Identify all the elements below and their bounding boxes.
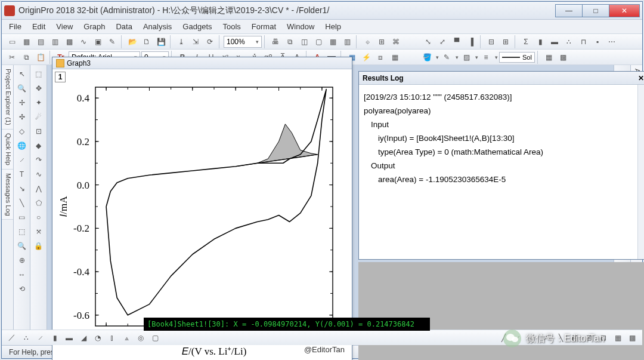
fill-color-icon[interactable]: 🪣 (420, 51, 434, 64)
add-right-y-icon[interactable]: ▐ (465, 35, 478, 48)
line-plot-icon[interactable]: ／ (5, 331, 18, 344)
annotation-icon[interactable]: ☄ (32, 110, 45, 124)
data-reader-icon[interactable]: ✢ (16, 96, 29, 109)
rescale-icon[interactable]: ⤡ (422, 35, 435, 48)
cut-icon[interactable]: ✂ (5, 51, 18, 64)
menu-gadgets[interactable]: Gadgets (182, 22, 212, 31)
video-icon[interactable]: ▦ (326, 35, 339, 48)
menu-tools[interactable]: Tools (223, 22, 241, 31)
menu-view[interactable]: View (56, 22, 73, 31)
graph-window[interactable]: Graph3 1 -1.0-0.8-0.6-0.4-0.20.0-0.6-0.4… (52, 57, 352, 360)
new-layout-icon[interactable]: ▣ (91, 35, 104, 48)
template-icon[interactable]: ▢ (148, 331, 162, 344)
3d-plot-icon[interactable]: ⟁ (120, 331, 133, 344)
mask-tool-icon[interactable]: 🌐 (16, 139, 29, 152)
maximize-button[interactable]: □ (582, 4, 609, 17)
import-single-icon[interactable]: ⇲ (189, 35, 202, 48)
palette-icon[interactable]: ▦ (542, 51, 555, 64)
palette2-icon[interactable]: ▩ (556, 51, 569, 64)
add-top-x-icon[interactable]: ▀ (450, 35, 463, 48)
new-excel-icon[interactable]: ▤ (34, 35, 47, 48)
rotate-icon[interactable]: ⟲ (16, 282, 29, 296)
polyline-icon[interactable]: ⋀ (32, 182, 45, 195)
paste-icon[interactable]: 📋 (34, 51, 47, 64)
more-plots-icon[interactable]: ⋯ (605, 35, 618, 48)
line-style-2-icon[interactable]: ⟋ (511, 331, 524, 344)
zoom-in-icon[interactable]: 🔍 (16, 239, 29, 253)
layer-mode-icon[interactable]: ⧈ (374, 51, 387, 64)
tab-messages-log[interactable]: Messages Log (2, 170, 13, 220)
new-graph-icon[interactable]: ▥ (48, 35, 61, 48)
screen-reader-icon[interactable]: ✣ (16, 110, 29, 124)
selection-icon[interactable]: ⊡ (32, 125, 45, 138)
box-tool-icon[interactable]: ⊓ (577, 35, 590, 48)
line-style-8-icon[interactable]: ⊡ (597, 331, 610, 344)
save-icon[interactable]: 💾 (154, 35, 168, 48)
menu-analysis[interactable]: Analysis (143, 22, 172, 31)
new-notes-icon[interactable]: ✎ (106, 35, 119, 48)
print-icon[interactable]: 🖶 (269, 35, 282, 48)
menu-edit[interactable]: Edit (32, 22, 45, 31)
circle-icon[interactable]: ○ (32, 211, 45, 224)
duplicate-icon[interactable]: ⧉ (283, 35, 296, 48)
double-y-icon[interactable]: ⫿ (106, 331, 119, 344)
scatter-tool-icon[interactable]: ∴ (562, 35, 575, 48)
freehand-icon[interactable]: ∿ (32, 168, 45, 181)
recalculate-icon[interactable]: ⟐ (361, 35, 374, 48)
line-style-4-icon[interactable]: ⁄ (540, 331, 553, 344)
col-plot-icon[interactable]: ▮ (534, 35, 547, 48)
new-project-icon[interactable]: ▭ (5, 35, 18, 48)
plot-area[interactable]: 1 -1.0-0.8-0.6-0.4-0.20.0-0.6-0.4-0.20.0… (52, 69, 352, 360)
area-plot-icon[interactable]: ◢ (77, 331, 90, 344)
add-column-icon[interactable]: ⊞ (375, 35, 388, 48)
line-symbol-icon[interactable]: ⟋ (34, 331, 47, 344)
line-style-6-icon[interactable]: ⊞ (568, 331, 581, 344)
pointer-icon[interactable]: ↖ (16, 67, 29, 81)
open-icon[interactable]: 📂 (126, 35, 139, 48)
code-builder-icon[interactable]: ⌘ (389, 35, 402, 48)
line-style-3-icon[interactable]: ∕ (525, 331, 538, 344)
menu-graph[interactable]: Graph (83, 22, 105, 31)
rescale-all-icon[interactable]: ⤢ (436, 35, 449, 48)
results-log-window[interactable]: Results Log ✕ [2019/2/3 15:10:12 """ (24… (358, 71, 644, 260)
menu-file[interactable]: File (9, 22, 21, 31)
line-style-9-icon[interactable]: ▦ (611, 331, 624, 344)
close-button[interactable]: ✕ (609, 4, 640, 17)
open-template-icon[interactable]: 🗋 (140, 35, 153, 48)
menu-help[interactable]: Help (325, 22, 341, 31)
results-close-icon[interactable]: ✕ (638, 74, 644, 82)
pan-icon[interactable]: ✥ (32, 82, 45, 95)
text-tool-icon[interactable]: T (16, 168, 29, 181)
tab-quick-help[interactable]: Quick Help (2, 130, 13, 170)
line-tool-icon[interactable]: ╲ (16, 196, 29, 210)
graph-window-titlebar[interactable]: Graph3 (52, 57, 352, 69)
refresh-icon[interactable]: ⟳ (203, 35, 216, 48)
rect-tool-icon[interactable]: ▭ (16, 211, 29, 224)
stats-icon[interactable]: Σ (519, 35, 532, 48)
line-style-7-icon[interactable]: ⊟ (583, 331, 596, 344)
region-data-icon[interactable]: ◆ (32, 139, 45, 152)
line-style-5-icon[interactable]: ╲ (554, 331, 567, 344)
pattern-icon[interactable]: ▨ (460, 51, 473, 64)
rescale-tool-icon[interactable]: ↔ (16, 268, 29, 281)
hist-tool-icon[interactable]: ▪ (591, 35, 604, 48)
light-grid-icon[interactable]: ▦ (388, 51, 401, 64)
region-tool-icon[interactable]: ⬚ (16, 225, 29, 238)
new-color-icon[interactable]: ◫ (298, 35, 311, 48)
merge-icon[interactable]: ⊞ (499, 35, 512, 48)
minimize-button[interactable]: — (555, 4, 583, 17)
curved-arrow-icon[interactable]: ↷ (32, 153, 45, 167)
new-matrix-icon[interactable]: ▩ (63, 35, 76, 48)
new-workbook-icon[interactable]: ▦ (20, 35, 33, 48)
line-color-icon[interactable]: ✎ (440, 51, 453, 64)
column-plot-icon[interactable]: ▮ (48, 331, 61, 344)
tab-project-explorer[interactable]: Project Explorer (1) (2, 65, 13, 130)
results-log-titlebar[interactable]: Results Log ✕ (359, 72, 644, 85)
reader-icon[interactable]: ✦ (32, 96, 45, 109)
extract-layers-icon[interactable]: ⊟ (485, 35, 498, 48)
line-style-10-icon[interactable]: ▩ (626, 331, 639, 344)
scatter-plot-icon[interactable]: ∴ (20, 331, 33, 344)
new-function-icon[interactable]: ∿ (77, 35, 90, 48)
lock-icon[interactable]: 🔒 (32, 239, 45, 253)
menu-format[interactable]: Format (252, 22, 276, 31)
